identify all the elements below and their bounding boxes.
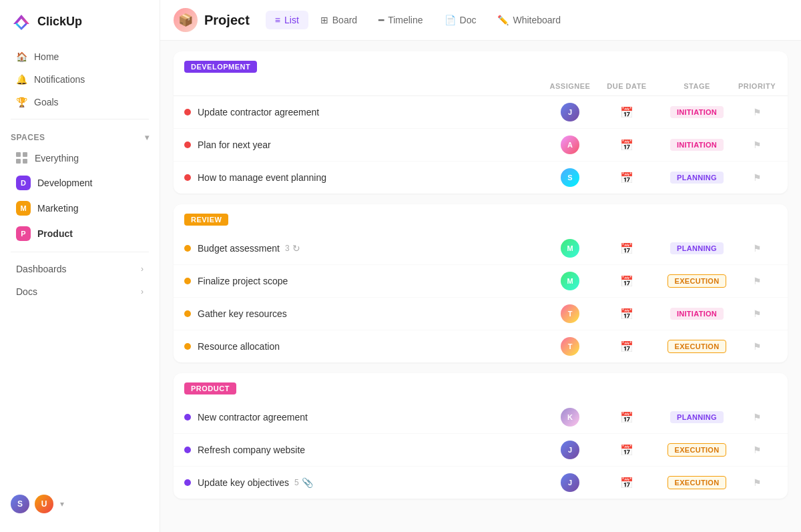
flag-icon: ⚑ [753, 276, 762, 286]
task-row[interactable]: Finalize project scope M 📅 EXECUTION ⚑ [174, 265, 788, 298]
stage-cell: INITIATION [657, 106, 737, 118]
development-section-header: DEVELOPMENT [174, 51, 788, 79]
avatar: J [561, 473, 579, 492]
stage-cell: EXECUTION [657, 476, 737, 489]
assignee-cell: T [543, 304, 597, 323]
review-section-header: REVIEW [174, 204, 788, 232]
dashboards-label: Dashboards [16, 264, 67, 274]
task-row[interactable]: Refresh company website J 📅 EXECUTION ⚑ [174, 434, 788, 467]
duedate-cell: 📅 [597, 444, 657, 457]
calendar-icon: 📅 [620, 172, 633, 184]
sidebar-item-notifications[interactable]: 🔔 Notifications [5, 69, 154, 90]
stage-badge: PLANNING [670, 411, 724, 423]
task-row[interactable]: Gather key resources T 📅 INITIATION ⚑ [174, 298, 788, 330]
column-headers-development: ASSIGNEE DUE DATE STAGE PRIORITY [174, 79, 788, 96]
user-avatar-initial[interactable]: S [11, 495, 29, 513]
sidebar-item-marketing[interactable]: M Marketing [5, 196, 154, 220]
flag-icon: ⚑ [753, 412, 762, 423]
flag-icon: ⚑ [753, 172, 762, 183]
stage-badge: INITIATION [670, 308, 724, 320]
chevron-right-icon: › [141, 264, 144, 274]
assignee-cell: J [543, 103, 597, 121]
task-row[interactable]: Update contractor agreement J 📅 INITIATI… [174, 96, 788, 129]
sidebar-footer: S U ▾ [0, 487, 160, 521]
marketing-label: Marketing [37, 203, 78, 214]
task-row[interactable]: Budget assessment 3 ↻ M 📅 PLANNING ⚑ [174, 232, 788, 265]
sidebar-item-docs[interactable]: Docs › [5, 281, 154, 302]
flag-icon: ⚑ [753, 243, 762, 254]
task-name: Refresh company website [198, 445, 305, 455]
task-count: 5 📎 [294, 477, 313, 488]
calendar-icon: 📅 [620, 139, 633, 152]
duedate-cell: 📅 [597, 411, 657, 424]
duedate-cell: 📅 [597, 172, 657, 184]
sidebar-divider-1 [11, 119, 149, 119]
col-header-assignee: ASSIGNEE [543, 82, 597, 90]
task-name: Plan for next year [198, 140, 271, 150]
calendar-icon: 📅 [620, 411, 633, 424]
stage-cell: INITIATION [657, 308, 737, 320]
sidebar-divider-2 [11, 252, 149, 252]
tab-board[interactable]: ⊞ Board [311, 11, 366, 29]
review-badge: REVIEW [184, 214, 228, 226]
project-title-area: 📦 Project [174, 8, 250, 32]
task-name: Resource allocation [198, 341, 280, 352]
stage-cell: EXECUTION [657, 340, 737, 353]
sidebar-item-goals[interactable]: 🏆 Goals [5, 91, 154, 113]
task-row[interactable]: New contractor agreement K 📅 PLANNING ⚑ [174, 401, 788, 434]
task-dot [184, 310, 191, 317]
task-name: Update key objectives [198, 477, 289, 488]
trophy-icon: 🏆 [16, 97, 27, 107]
sidebar-item-dashboards[interactable]: Dashboards › [5, 258, 154, 280]
task-dot [184, 447, 191, 453]
tab-list[interactable]: ≡ List [266, 11, 308, 29]
flag-icon: ⚑ [753, 140, 762, 150]
avatar: M [561, 272, 579, 290]
sidebar-item-development[interactable]: D Development [5, 171, 154, 195]
project-title: Project [204, 13, 250, 28]
calendar-icon: 📅 [620, 106, 633, 119]
tab-timeline[interactable]: ━ Timeline [369, 11, 432, 29]
calendar-icon: 📅 [620, 444, 633, 457]
chevron-down-icon[interactable]: ▾ [145, 133, 150, 142]
sidebar-item-home[interactable]: 🏠 Home [5, 46, 154, 67]
sidebar-item-everything[interactable]: Everything [5, 147, 154, 170]
stage-badge: INITIATION [670, 139, 724, 151]
docs-label: Docs [16, 286, 37, 297]
avatar: M [561, 239, 579, 258]
col-header-stage: STAGE [657, 82, 737, 90]
tab-whiteboard[interactable]: ✏️ Whiteboard [488, 11, 570, 29]
task-dot [184, 278, 191, 284]
spaces-section-header: Spaces ▾ [0, 125, 160, 146]
task-dot [184, 343, 191, 350]
task-row[interactable]: How to manage event planning S 📅 PLANNIN… [174, 162, 788, 194]
user-avatar-photo[interactable]: U [35, 495, 53, 513]
task-area: DEVELOPMENT ASSIGNEE DUE DATE STAGE PRIO… [160, 41, 801, 532]
flag-icon: ⚑ [753, 445, 762, 455]
calendar-icon: 📅 [620, 242, 633, 255]
stage-cell: EXECUTION [657, 274, 737, 288]
calendar-icon: 📅 [620, 340, 633, 353]
avatar: T [561, 304, 579, 323]
sidebar-item-product[interactable]: P Product [5, 222, 154, 246]
development-label: Development [37, 178, 93, 188]
task-dot [184, 414, 191, 421]
calendar-icon: 📅 [620, 308, 633, 320]
assignee-cell: K [543, 408, 597, 427]
task-row[interactable]: Plan for next year A 📅 INITIATION ⚑ [174, 129, 788, 162]
duedate-cell: 📅 [597, 340, 657, 353]
product-badge: PRODUCT [184, 382, 236, 394]
priority-cell: ⚑ [737, 276, 777, 286]
app-name: ClickUp [37, 15, 82, 29]
task-row[interactable]: Update key objectives 5 📎 J 📅 EXECUTION … [174, 467, 788, 499]
avatar: T [561, 337, 579, 356]
avatar: A [561, 136, 579, 154]
tab-doc[interactable]: 📄 Doc [435, 11, 486, 29]
duedate-cell: 📅 [597, 308, 657, 320]
stage-badge: EXECUTION [668, 340, 727, 353]
flag-icon: ⚑ [753, 107, 762, 117]
stage-cell: PLANNING [657, 172, 737, 184]
task-name: Update contractor agreement [198, 107, 319, 117]
task-row[interactable]: Resource allocation T 📅 EXECUTION ⚑ [174, 330, 788, 362]
col-header-duedate: DUE DATE [597, 82, 657, 90]
